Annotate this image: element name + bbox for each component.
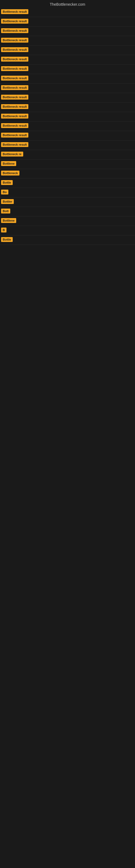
list-item: Bottler <box>0 197 135 207</box>
list-item: Bottlene <box>0 159 135 169</box>
bottleneck-result-badge[interactable]: Bott <box>1 209 10 214</box>
bottleneck-result-badge[interactable]: Bottler <box>1 199 14 204</box>
bottleneck-result-badge[interactable]: Bottleneck re <box>1 152 23 156</box>
list-item: Bottleneck result <box>0 93 135 102</box>
list-item: Bott <box>0 207 135 216</box>
list-item: Bottleneck <box>0 169 135 179</box>
list-item: Bo <box>0 188 135 197</box>
bottleneck-result-badge[interactable]: Bottleneck result <box>1 95 28 99</box>
bottleneck-result-badge[interactable]: Bottleneck result <box>1 104 28 109</box>
bottleneck-result-badge[interactable]: Bottleneck result <box>1 9 28 14</box>
list-item: B <box>0 226 135 236</box>
list-item: Bottleneck result <box>0 141 135 150</box>
bottleneck-result-badge[interactable]: Bottleneck result <box>1 66 28 71</box>
list-item: Bottleneck result <box>0 27 135 36</box>
bottleneck-result-badge[interactable]: Bottleneck result <box>1 19 28 24</box>
bottleneck-result-badge[interactable]: Bottlene <box>1 161 16 166</box>
bottleneck-result-badge[interactable]: B <box>1 227 6 232</box>
site-header: TheBottlenecker.com <box>0 0 135 8</box>
list-item: Bottleneck result <box>0 74 135 84</box>
list-item: Bottleneck re <box>0 150 135 159</box>
bottleneck-result-badge[interactable]: Bo <box>1 190 8 194</box>
bottleneck-result-badge[interactable]: Bottleneck result <box>1 85 28 90</box>
site-title: TheBottlenecker.com <box>0 0 135 8</box>
bottleneck-result-badge[interactable]: Bottleneck result <box>1 28 28 33</box>
list-item: Bottleneck result <box>0 102 135 112</box>
bottleneck-result-badge[interactable]: Bottleneck result <box>1 142 28 147</box>
bottleneck-result-badge[interactable]: Bottleneck result <box>1 38 28 42</box>
list-item: Bottleneck result <box>0 131 135 141</box>
bottleneck-result-badge[interactable]: Bottleneck <box>1 170 19 176</box>
list-item: Bottleneck result <box>0 65 135 74</box>
list-item: Bottlene <box>0 216 135 226</box>
list-item: Bottle <box>0 179 135 188</box>
bottleneck-result-badge[interactable]: Bottleneck result <box>1 57 28 62</box>
bottleneck-result-badge[interactable]: Bottleneck result <box>1 123 28 128</box>
bottleneck-result-badge[interactable]: Bottleneck result <box>1 114 28 119</box>
list-item: Bottleneck result <box>0 112 135 122</box>
bottleneck-result-badge[interactable]: Bottleneck result <box>1 47 28 52</box>
list-item: Bottle <box>0 236 135 245</box>
list-item: Bottleneck result <box>0 17 135 27</box>
bottleneck-result-badge[interactable]: Bottle <box>1 180 13 185</box>
list-item: Bottleneck result <box>0 84 135 93</box>
results-list: Bottleneck resultBottleneck resultBottle… <box>0 8 135 245</box>
bottleneck-result-badge[interactable]: Bottle <box>1 237 13 242</box>
list-item: Bottleneck result <box>0 36 135 45</box>
list-item: Bottleneck result <box>0 45 135 55</box>
list-item: Bottleneck result <box>0 122 135 131</box>
bottleneck-result-badge[interactable]: Bottlene <box>1 218 16 223</box>
list-item: Bottleneck result <box>0 55 135 65</box>
list-item: Bottleneck result <box>0 8 135 17</box>
bottleneck-result-badge[interactable]: Bottleneck result <box>1 133 28 137</box>
bottleneck-result-badge[interactable]: Bottleneck result <box>1 76 28 81</box>
